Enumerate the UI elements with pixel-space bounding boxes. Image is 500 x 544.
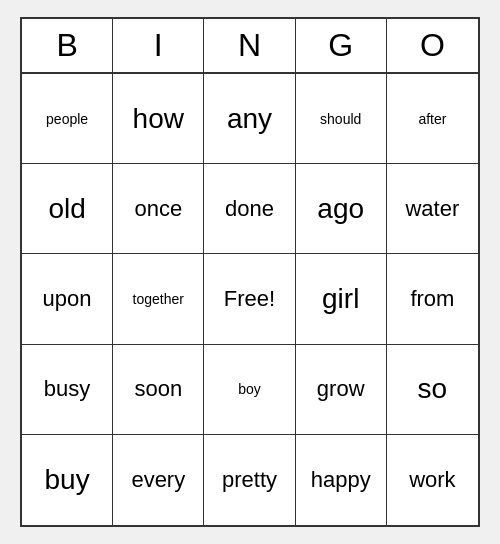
cell-r2-c0: upon [22,254,113,344]
cell-r0-c2: any [204,74,295,164]
cell-r0-c0: people [22,74,113,164]
cell-text-r4-c4: work [409,467,455,493]
cell-text-r2-c0: upon [43,286,92,312]
header-letter-B: B [22,19,113,72]
cell-r4-c0: buy [22,435,113,525]
cell-text-r2-c4: from [410,286,454,312]
cell-text-r3-c0: busy [44,376,90,402]
cell-text-r3-c3: grow [317,376,365,402]
bingo-card: BINGO peoplehowanyshouldafteroldoncedone… [20,17,480,527]
cell-text-r4-c1: every [131,467,185,493]
header-letter-I: I [113,19,204,72]
cell-r3-c1: soon [113,345,204,435]
cell-r4-c2: pretty [204,435,295,525]
cell-r2-c2: Free! [204,254,295,344]
cell-text-r1-c1: once [134,196,182,222]
cell-text-r2-c2: Free! [224,286,275,312]
cell-text-r0-c0: people [46,111,88,127]
header-letter-G: G [296,19,387,72]
cell-text-r0-c3: should [320,111,361,127]
bingo-header: BINGO [22,19,478,74]
cell-text-r3-c4: so [418,373,448,405]
cell-text-r1-c2: done [225,196,274,222]
header-letter-N: N [204,19,295,72]
cell-r3-c3: grow [296,345,387,435]
cell-r3-c4: so [387,345,478,435]
cell-text-r0-c2: any [227,103,272,135]
cell-r3-c0: busy [22,345,113,435]
cell-r1-c2: done [204,164,295,254]
cell-r4-c3: happy [296,435,387,525]
cell-text-r3-c1: soon [134,376,182,402]
cell-r2-c4: from [387,254,478,344]
cell-r1-c1: once [113,164,204,254]
cell-text-r3-c2: boy [238,381,261,397]
cell-text-r4-c3: happy [311,467,371,493]
cell-text-r1-c3: ago [317,193,364,225]
cell-text-r0-c1: how [133,103,184,135]
cell-text-r0-c4: after [418,111,446,127]
cell-r1-c0: old [22,164,113,254]
cell-r2-c3: girl [296,254,387,344]
cell-text-r1-c0: old [48,193,85,225]
bingo-grid: peoplehowanyshouldafteroldoncedoneagowat… [22,74,478,525]
cell-text-r1-c4: water [405,196,459,222]
cell-r3-c2: boy [204,345,295,435]
cell-text-r2-c1: together [133,291,184,307]
cell-r0-c3: should [296,74,387,164]
cell-text-r4-c2: pretty [222,467,277,493]
header-letter-O: O [387,19,478,72]
cell-r2-c1: together [113,254,204,344]
cell-text-r2-c3: girl [322,283,359,315]
cell-text-r4-c0: buy [45,464,90,496]
cell-r4-c1: every [113,435,204,525]
cell-r4-c4: work [387,435,478,525]
cell-r1-c4: water [387,164,478,254]
cell-r1-c3: ago [296,164,387,254]
cell-r0-c4: after [387,74,478,164]
cell-r0-c1: how [113,74,204,164]
